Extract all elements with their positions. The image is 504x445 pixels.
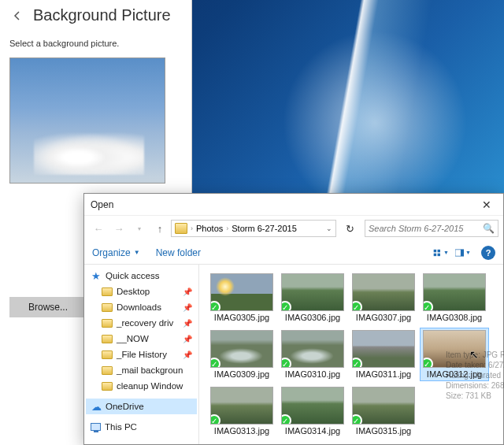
nav-up-icon[interactable]: ↑ (150, 219, 169, 238)
thumbnail-image: ✓ (281, 387, 344, 425)
file-name: IMAG0307.jpg (356, 313, 411, 322)
preview-pane-button[interactable]: ▼ (454, 245, 472, 261)
sync-check-icon: ✓ (210, 414, 220, 425)
chevron-right-icon: › (189, 224, 195, 232)
file-thumb[interactable]: ✓IMAG0306.jpg (278, 271, 347, 324)
help-icon[interactable]: ? (481, 246, 495, 260)
nav-tree-item[interactable]: cleanup Window (86, 378, 197, 394)
folder-icon (175, 223, 187, 234)
file-thumb[interactable]: ✓IMAG0308.jpg (420, 271, 489, 324)
nav-forward-icon[interactable]: → (109, 219, 128, 238)
new-folder-button[interactable]: New folder (156, 247, 201, 258)
nav-tree-label: _File History (117, 350, 167, 359)
file-name: IMAG0305.jpg (214, 313, 269, 322)
svg-rect-5 (461, 249, 464, 255)
pin-icon: 📌 (183, 287, 192, 296)
address-bar[interactable]: › Photos › Storm 6-27-2015 ⌄ (171, 220, 336, 237)
sync-check-icon: ✓ (281, 414, 291, 425)
file-thumb[interactable]: ✓IMAG0309.jpg (207, 328, 276, 381)
nav-recent-icon[interactable]: ▾ (130, 219, 149, 238)
file-name: IMAG0306.jpg (285, 313, 340, 322)
thumbnail-image: ✓ (423, 273, 486, 311)
file-thumb[interactable]: ✓IMAG0314.jpg (278, 384, 347, 438)
thumbnail-image: ✓↖ (423, 330, 486, 368)
nav-tree-label: _mail backgroun (117, 365, 183, 375)
svg-rect-3 (438, 253, 440, 255)
cursor-icon: ↖ (469, 348, 479, 361)
file-name: IMAG0312.jpg (427, 369, 482, 379)
svg-rect-2 (434, 253, 436, 255)
nav-this-pc[interactable]: This PC (86, 419, 197, 435)
browse-button[interactable]: Browse... (9, 297, 87, 317)
file-name: IMAG0309.jpg (214, 369, 269, 379)
thumbnail-image: ✓ (352, 330, 415, 368)
folder-icon (102, 287, 113, 296)
nav-tree-label: Downloads (117, 302, 161, 312)
dialog-title-bar[interactable]: Open ✕ (84, 194, 503, 216)
file-name: IMAG0313.jpg (214, 426, 269, 436)
folder-icon (102, 350, 113, 359)
monitor-icon (91, 423, 101, 431)
thumbnail-image: ✓ (352, 273, 415, 311)
search-box[interactable]: 🔍 (365, 220, 498, 237)
svg-rect-0 (434, 249, 436, 251)
search-input[interactable] (369, 224, 483, 233)
file-thumb[interactable]: ✓IMAG0305.jpg (207, 271, 276, 324)
back-icon[interactable] (9, 8, 25, 24)
refresh-icon[interactable]: ↻ (341, 220, 358, 237)
file-view: ✓IMAG0305.jpg✓IMAG0306.jpg✓IMAG0307.jpg✓… (199, 265, 503, 444)
sync-check-icon: ✓ (352, 358, 362, 368)
file-thumb[interactable]: ✓IMAG0310.jpg (278, 328, 347, 381)
view-icons-button[interactable]: ▼ (432, 245, 450, 261)
dialog-title: Open (91, 199, 476, 210)
file-name: IMAG0315.jpg (356, 426, 411, 436)
pin-icon: 📌 (183, 303, 192, 312)
folder-icon (102, 335, 113, 343)
background-preview[interactable] (9, 57, 165, 184)
dialog-toolbar: Organize ▼ New folder ▼ ▼ ? (84, 241, 503, 265)
path-folder[interactable]: Storm 6-27-2015 (232, 224, 297, 233)
nav-tree-label: cleanup Window (117, 381, 183, 391)
file-thumb[interactable]: ✓IMAG0313.jpg (207, 384, 276, 438)
file-thumb[interactable]: ✓IMAG0311.jpg (349, 328, 418, 381)
nav-tree-item[interactable]: _recovery driv📌 (86, 315, 197, 331)
file-name: IMAG0310.jpg (285, 369, 340, 379)
folder-icon (102, 303, 113, 312)
file-thumb[interactable]: ✓IMAG0307.jpg (349, 271, 418, 324)
chevron-down-icon: ▼ (134, 249, 140, 256)
file-thumb[interactable]: ✓↖IMAG0312.jpg (420, 328, 489, 381)
file-name: IMAG0314.jpg (285, 426, 340, 436)
sync-check-icon: ✓ (352, 301, 362, 311)
nav-bar: ← → ▾ ↑ › Photos › Storm 6-27-2015 ⌄ ↻ 🔍 (84, 216, 503, 241)
settings-title: Background Picture (33, 6, 171, 24)
sync-check-icon: ✓ (281, 301, 291, 311)
file-thumb[interactable]: ✓IMAG0315.jpg (349, 384, 418, 438)
thumbnail-image: ✓ (352, 387, 415, 425)
sync-check-icon: ✓ (210, 301, 220, 311)
nav-tree-label: Desktop (117, 287, 150, 296)
nav-tree-item[interactable]: Downloads📌 (86, 299, 197, 315)
organize-button[interactable]: Organize ▼ (92, 247, 140, 258)
sync-check-icon: ✓ (281, 358, 291, 368)
chevron-down-icon[interactable]: ⌄ (323, 224, 332, 232)
folder-icon (102, 366, 113, 375)
search-icon[interactable]: 🔍 (483, 223, 495, 234)
nav-onedrive[interactable]: ☁ OneDrive (86, 399, 197, 414)
nav-tree-item[interactable]: _File History📌 (86, 347, 197, 362)
thumbnail-image: ✓ (210, 330, 273, 368)
folder-icon (102, 319, 113, 328)
nav-back-icon[interactable]: ← (89, 219, 108, 238)
chevron-right-icon: › (224, 224, 230, 232)
path-photos[interactable]: Photos (196, 224, 223, 233)
nav-tree-item[interactable]: Desktop📌 (86, 284, 197, 299)
close-icon[interactable]: ✕ (476, 195, 497, 214)
star-icon: ★ (91, 270, 102, 281)
svg-rect-1 (438, 249, 440, 251)
pin-icon: 📌 (183, 319, 192, 328)
nav-tree-label: _recovery driv (117, 318, 173, 328)
sync-check-icon: ✓ (423, 301, 433, 311)
nav-tree-item[interactable]: _mail backgroun (86, 362, 197, 378)
nav-tree-item[interactable]: __NOW📌 (86, 331, 197, 347)
sync-check-icon: ✓ (423, 358, 433, 368)
nav-quick-access[interactable]: ★ Quick access (86, 268, 197, 284)
